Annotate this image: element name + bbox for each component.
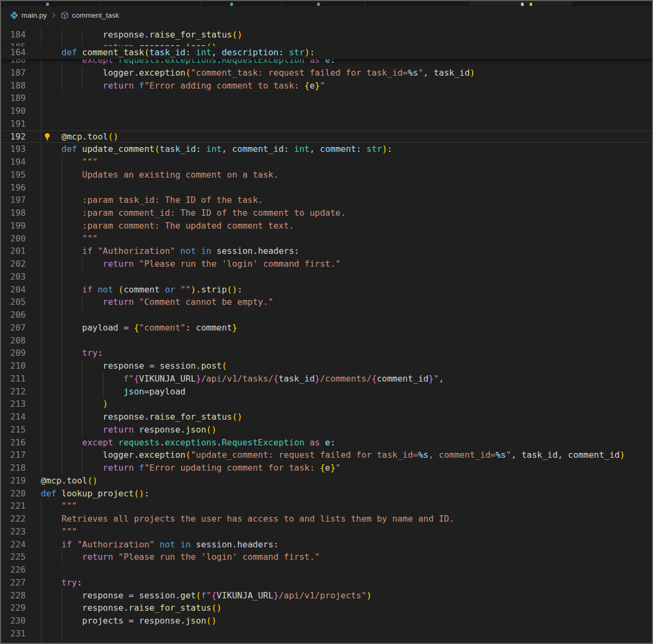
code-line-195[interactable]: 195 Updates an existing comment on a tas… bbox=[1, 169, 652, 181]
line-number[interactable]: 189 bbox=[1, 92, 26, 105]
line-number[interactable]: 205 bbox=[1, 296, 26, 309]
code-text[interactable]: except requests.exceptions.RequestExcept… bbox=[41, 436, 652, 449]
code-text[interactable]: :param comment_id: The ID of the comment… bbox=[41, 207, 652, 219]
code-line-184[interactable]: 184 response.raise_for_status() bbox=[1, 28, 652, 41]
code-line-228[interactable]: 228 response = session.get(f"{VIKUNJA_UR… bbox=[1, 589, 652, 602]
code-text[interactable]: return f"Error adding comment to task: {… bbox=[41, 79, 652, 92]
code-line-188[interactable]: 188 return f"Error adding comment to tas… bbox=[1, 79, 652, 92]
code-text[interactable]: def comment_task(task_id: int, descripti… bbox=[41, 46, 315, 59]
code-text[interactable]: response = session.post( bbox=[41, 360, 652, 372]
line-number[interactable]: 198 bbox=[1, 207, 26, 219]
code-text[interactable]: if not (comment or "").strip(): bbox=[41, 283, 652, 296]
code-text[interactable]: payload = {"comment": comment} bbox=[41, 321, 652, 334]
code-text[interactable]: :param task_id: The ID of the task. bbox=[41, 194, 652, 207]
line-number[interactable]: 217 bbox=[1, 449, 26, 462]
code-text[interactable]: response.raise_for_status() bbox=[41, 28, 652, 41]
line-number[interactable]: 226 bbox=[1, 564, 26, 576]
line-number[interactable]: 211 bbox=[1, 372, 26, 385]
editor[interactable]: 184 response.raise_for_status()185 retur… bbox=[1, 24, 652, 643]
code-line-213[interactable]: 213 ) bbox=[1, 398, 652, 411]
code-line-196[interactable]: 196 bbox=[1, 181, 652, 194]
code-line-205[interactable]: 205 return "Comment cannot be empty." bbox=[1, 296, 652, 309]
code-text[interactable]: def update_comment(task_id: int, comment… bbox=[41, 143, 652, 156]
line-number[interactable]: 212 bbox=[1, 385, 26, 398]
code-text[interactable] bbox=[41, 92, 652, 105]
code-text[interactable]: response.raise_for_status() bbox=[41, 602, 652, 614]
code-text[interactable]: return f"Error updating comment for task… bbox=[41, 462, 652, 474]
code-text[interactable] bbox=[41, 105, 652, 118]
line-number[interactable]: 227 bbox=[1, 576, 26, 589]
code-line-187[interactable]: 187 logger.exception("comment_task: requ… bbox=[1, 67, 652, 79]
code-text[interactable]: try: bbox=[41, 576, 652, 589]
line-number[interactable]: 195 bbox=[1, 169, 26, 181]
code-line-192[interactable]: 192 @mcp.tool() bbox=[1, 130, 652, 143]
code-line-198[interactable]: 198 :param comment_id: The ID of the com… bbox=[1, 207, 652, 219]
line-number[interactable]: 216 bbox=[1, 436, 26, 449]
code-text[interactable] bbox=[41, 334, 652, 347]
code-text[interactable]: return "Please run the 'login' command f… bbox=[41, 258, 652, 270]
code-text[interactable]: ) bbox=[41, 398, 652, 411]
code-line-204[interactable]: 204 if not (comment or "").strip(): bbox=[1, 283, 652, 296]
code-line-211[interactable]: 211 f"{VIKUNJA_URL}/api/v1/tasks/{task_i… bbox=[1, 372, 652, 385]
code-line-189[interactable]: 189 bbox=[1, 92, 652, 105]
line-number[interactable]: 208 bbox=[1, 334, 26, 347]
code-line-220[interactable]: 220def lookup_project(): bbox=[1, 487, 652, 500]
code-line-208[interactable]: 208 bbox=[1, 334, 652, 347]
line-number[interactable]: 200 bbox=[1, 232, 26, 245]
code-line-230[interactable]: 230 projects = response.json() bbox=[1, 614, 652, 627]
code-text[interactable]: return "Please run the 'login' command f… bbox=[41, 551, 652, 564]
code-line-202[interactable]: 202 return "Please run the 'login' comma… bbox=[1, 258, 652, 270]
code-line-232[interactable]: 232 if not projects: bbox=[1, 640, 652, 644]
line-number[interactable]: 221 bbox=[1, 500, 26, 513]
line-number[interactable]: 184 bbox=[1, 28, 26, 41]
breadcrumb-file[interactable]: main.py bbox=[21, 11, 47, 19]
code-text[interactable] bbox=[41, 627, 652, 640]
code-text[interactable]: f"{VIKUNJA_URL}/api/v1/tasks/{task_id}/c… bbox=[41, 372, 652, 385]
code-line-194[interactable]: 194 """ bbox=[1, 156, 652, 169]
code-text[interactable]: response = session.get(f"{VIKUNJA_URL}/a… bbox=[41, 589, 652, 602]
line-number[interactable]: 223 bbox=[1, 525, 26, 538]
line-number[interactable]: 219 bbox=[1, 474, 26, 487]
code-text[interactable]: logger.exception("comment_task: request … bbox=[41, 67, 652, 79]
code-line-219[interactable]: 219@mcp.tool() bbox=[1, 474, 652, 487]
line-number[interactable]: 230 bbox=[1, 614, 26, 627]
code-line-214[interactable]: 214 response.raise_for_status() bbox=[1, 411, 652, 423]
code-text[interactable]: logger.exception("update_comment: reques… bbox=[41, 449, 652, 462]
code-line-229[interactable]: 229 response.raise_for_status() bbox=[1, 602, 652, 614]
code-text[interactable]: Updates an existing comment on a task. bbox=[41, 169, 652, 181]
code-line-225[interactable]: 225 return "Please run the 'login' comma… bbox=[1, 551, 652, 564]
code-text[interactable]: json=payload bbox=[41, 385, 652, 398]
code-line-191[interactable]: 191 bbox=[1, 118, 652, 130]
line-number[interactable]: 215 bbox=[1, 423, 26, 436]
code-text[interactable]: """ bbox=[41, 500, 652, 513]
code-line-216[interactable]: 216 except requests.exceptions.RequestEx… bbox=[1, 436, 652, 449]
code-line-201[interactable]: 201 if "Authorization" not in session.he… bbox=[1, 245, 652, 258]
code-line-222[interactable]: 222 Retrieves all projects the user has … bbox=[1, 513, 652, 525]
line-number[interactable]: 210 bbox=[1, 360, 26, 372]
code-text[interactable]: @mcp.tool() bbox=[41, 130, 652, 143]
line-number[interactable]: 164 bbox=[1, 46, 26, 59]
code-text[interactable] bbox=[41, 270, 652, 283]
line-number[interactable]: 228 bbox=[1, 589, 26, 602]
code-line-224[interactable]: 224 if "Authorization" not in session.he… bbox=[1, 538, 652, 551]
line-number[interactable]: 214 bbox=[1, 411, 26, 423]
code-text[interactable]: if "Authorization" not in session.header… bbox=[41, 245, 652, 258]
code-text[interactable] bbox=[41, 564, 652, 576]
line-number[interactable]: 209 bbox=[1, 347, 26, 360]
line-number[interactable]: 187 bbox=[1, 67, 26, 79]
line-number[interactable]: 193 bbox=[1, 143, 26, 156]
code-line-227[interactable]: 227 try: bbox=[1, 576, 652, 589]
code-line-210[interactable]: 210 response = session.post( bbox=[1, 360, 652, 372]
code-text[interactable]: projects = response.json() bbox=[41, 614, 652, 627]
line-number[interactable]: 218 bbox=[1, 462, 26, 474]
code-line-212[interactable]: 212 json=payload bbox=[1, 385, 652, 398]
code-line-206[interactable]: 206 bbox=[1, 309, 652, 321]
code-line-209[interactable]: 209 try: bbox=[1, 347, 652, 360]
tab[interactable] bbox=[469, 1, 570, 6]
line-number[interactable]: 199 bbox=[1, 219, 26, 232]
code-text[interactable]: return response.json() bbox=[41, 423, 652, 436]
code-text[interactable]: try: bbox=[41, 347, 652, 360]
line-number[interactable]: 203 bbox=[1, 270, 26, 283]
sticky-scroll[interactable]: 164 def comment_task(task_id: int, descr… bbox=[1, 46, 652, 59]
breadcrumb-symbol[interactable]: comment_task bbox=[72, 11, 119, 19]
